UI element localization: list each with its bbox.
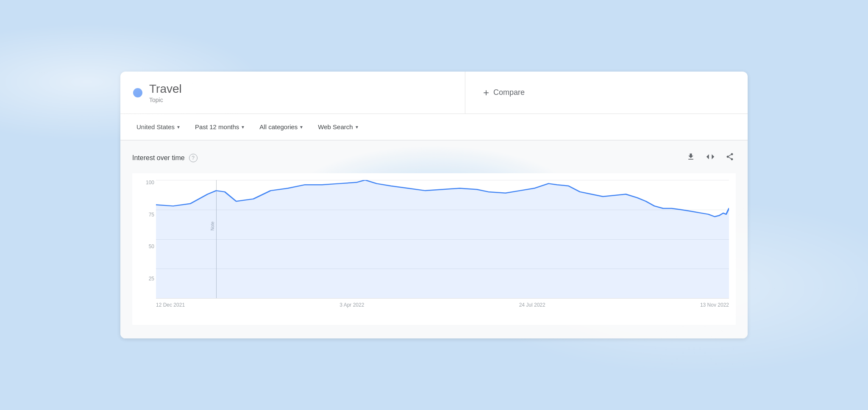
filter-category-label: All categories <box>259 123 298 130</box>
y-label-75: 75 <box>136 212 154 217</box>
filter-source[interactable]: Web Search ▾ <box>312 120 364 134</box>
filter-region-label: United States <box>136 123 175 130</box>
filter-source-label: Web Search <box>318 123 353 130</box>
chevron-down-icon: ▾ <box>356 124 358 130</box>
x-label-nov: 13 Nov 2022 <box>700 302 729 308</box>
chart-header: Interest over time ? <box>132 151 736 165</box>
term-info: Travel Topic <box>149 82 182 104</box>
term-type: Topic <box>149 97 182 103</box>
compare-label: Compare <box>493 88 525 97</box>
filter-bar: United States ▾ Past 12 months ▾ All cat… <box>120 114 748 141</box>
compare-section: + Compare <box>465 72 748 114</box>
chevron-down-icon: ▾ <box>242 124 244 130</box>
top-bar: Travel Topic + Compare <box>120 72 748 114</box>
term-name: Travel <box>149 82 182 96</box>
chart-actions <box>685 151 736 165</box>
chevron-down-icon: ▾ <box>300 124 303 130</box>
filter-period[interactable]: Past 12 months ▾ <box>189 120 250 134</box>
filter-region[interactable]: United States ▾ <box>131 120 186 134</box>
y-label-50: 50 <box>136 244 154 249</box>
chart-title: Interest over time <box>132 154 185 162</box>
share-button[interactable] <box>724 151 736 165</box>
x-label-dec: 12 Dec 2021 <box>156 302 185 308</box>
download-button[interactable] <box>685 151 697 165</box>
share-icon <box>726 152 734 161</box>
embed-button[interactable] <box>704 151 716 165</box>
main-card: Travel Topic + Compare United States ▾ P… <box>120 72 748 338</box>
x-label-jul: 24 Jul 2022 <box>519 302 545 308</box>
line-chart <box>156 180 729 298</box>
filter-period-label: Past 12 months <box>195 123 239 130</box>
embed-icon <box>706 152 715 161</box>
filter-category[interactable]: All categories ▾ <box>253 120 309 134</box>
chevron-down-icon: ▾ <box>177 124 180 130</box>
x-label-apr: 3 Apr 2022 <box>339 302 364 308</box>
download-icon <box>687 152 695 161</box>
chart-container: 100 75 50 25 Note 12 D <box>132 173 736 325</box>
chart-grid: Note <box>156 180 729 299</box>
y-axis-labels: 100 75 50 25 <box>136 180 154 308</box>
y-label-25: 25 <box>136 276 154 281</box>
chart-section: Interest over time ? <box>120 141 748 338</box>
chart-title-row: Interest over time ? <box>132 154 198 162</box>
help-icon[interactable]: ? <box>189 154 198 162</box>
compare-plus-icon: + <box>483 87 489 99</box>
y-label-100: 100 <box>136 180 154 185</box>
compare-button[interactable]: + Compare <box>478 83 530 102</box>
x-axis-labels: 12 Dec 2021 3 Apr 2022 24 Jul 2022 13 No… <box>156 299 729 308</box>
search-term-section: Travel Topic <box>120 72 465 114</box>
term-dot <box>133 88 142 97</box>
